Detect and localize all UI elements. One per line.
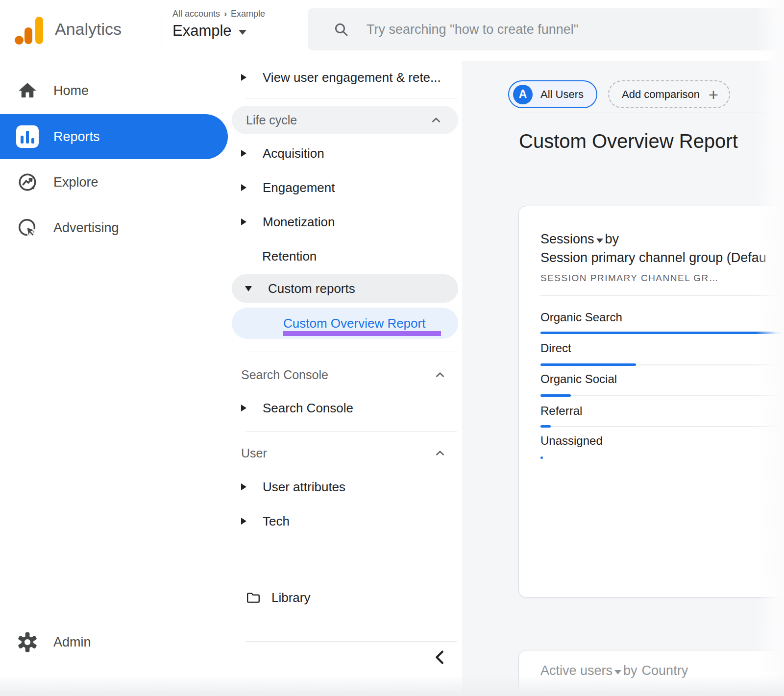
channel-bar-row bbox=[540, 456, 784, 459]
nav-divider bbox=[245, 98, 457, 98]
breadcrumb-separator: › bbox=[224, 9, 227, 19]
nav-item-engagement[interactable]: Engagement bbox=[227, 170, 462, 205]
add-comparison-button[interactable]: Add comparison + bbox=[608, 80, 730, 108]
chart-metric-selector[interactable]: Sessions by bbox=[540, 232, 619, 247]
global-search bbox=[308, 8, 784, 50]
sidebar-item-advertising[interactable]: Advertising bbox=[0, 211, 227, 245]
nav-section-label: User bbox=[241, 446, 267, 460]
metric-label: Active users bbox=[540, 663, 612, 678]
nav-section-label: Life cycle bbox=[246, 113, 297, 127]
metric-label: Sessions bbox=[540, 232, 594, 247]
comparison-chips-row: A All Users Add comparison + bbox=[508, 80, 730, 108]
channel-row-label: Organic Social bbox=[540, 372, 617, 386]
chart-dimension-label[interactable]: Session primary channel group (Defau bbox=[540, 250, 766, 265]
bar-direct bbox=[540, 363, 636, 366]
sidebar-item-home[interactable]: Home bbox=[0, 73, 227, 108]
by-label: by bbox=[623, 663, 637, 678]
chevron-up-icon[interactable] bbox=[435, 448, 445, 458]
expand-right-icon bbox=[241, 150, 246, 157]
chart-metric-selector[interactable]: Active users by Country bbox=[540, 663, 688, 678]
channel-row-label: Direct bbox=[540, 341, 571, 356]
nav-item-label: Tech bbox=[263, 514, 290, 529]
nav-item-tech[interactable]: Tech bbox=[227, 504, 462, 538]
nav-item-label: Retention bbox=[262, 249, 317, 264]
nav-item-user-attributes[interactable]: User attributes bbox=[227, 470, 462, 504]
analytics-logo-icon[interactable] bbox=[15, 16, 45, 47]
expand-right-icon bbox=[241, 483, 246, 490]
sidebar-item-label: Explore bbox=[53, 175, 98, 190]
nav-section-search-console[interactable]: Search Console bbox=[227, 360, 462, 390]
sidebar-item-label: Admin bbox=[53, 635, 91, 650]
bar-referral bbox=[540, 425, 551, 428]
sidebar-item-reports[interactable]: Reports bbox=[0, 114, 228, 159]
breadcrumb-path[interactable]: All accounts›Example bbox=[172, 9, 265, 19]
nav-item-view-user-engagement[interactable]: View user engagement & rete... bbox=[227, 63, 462, 92]
sessions-by-channel-card: Sessions by Session primary channel grou… bbox=[518, 206, 784, 598]
chevron-down-icon bbox=[614, 670, 621, 674]
header-divider bbox=[162, 13, 162, 48]
highlight-underline bbox=[283, 331, 441, 336]
home-icon bbox=[16, 79, 39, 102]
chevron-down-icon bbox=[239, 30, 246, 35]
bar-track bbox=[540, 426, 784, 427]
channel-row-label: Referral bbox=[540, 404, 582, 418]
nav-item-search-console[interactable]: Search Console bbox=[227, 392, 462, 424]
breadcrumb-current: Example bbox=[231, 9, 265, 19]
bar-track bbox=[540, 395, 784, 396]
report-main-pane: A All Users Add comparison + Custom Over… bbox=[462, 61, 784, 696]
expand-right-icon bbox=[241, 218, 246, 225]
nav-item-acquisition[interactable]: Acquisition bbox=[227, 136, 462, 170]
nav-item-monetization[interactable]: Monetization bbox=[227, 205, 462, 239]
nav-item-label: Custom Overview Report bbox=[283, 316, 425, 331]
nav-item-label: Engagement bbox=[263, 180, 335, 195]
nav-section-user[interactable]: User bbox=[227, 438, 462, 468]
audience-chip-label: All Users bbox=[540, 88, 584, 101]
channel-bar-row bbox=[540, 394, 784, 397]
channel-row-label: Organic Search bbox=[540, 310, 622, 325]
collapse-drawer-button[interactable] bbox=[432, 648, 449, 666]
all-users-chip[interactable]: A All Users bbox=[508, 80, 597, 108]
sidebar-item-admin[interactable]: Admin bbox=[0, 625, 227, 659]
property-selector[interactable]: Example bbox=[172, 22, 265, 40]
by-label: by bbox=[605, 232, 619, 247]
nav-item-label: User attributes bbox=[263, 480, 345, 495]
sidebar-item-label: Reports bbox=[53, 129, 100, 144]
property-selector-label: Example bbox=[172, 22, 232, 40]
sidebar-item-explore[interactable]: Explore bbox=[0, 165, 227, 199]
nav-item-retention[interactable]: Retention bbox=[227, 239, 462, 273]
sidebar-item-label: Home bbox=[53, 83, 89, 98]
explore-icon bbox=[16, 171, 39, 193]
bar-organic-search bbox=[540, 332, 784, 334]
content-divider bbox=[518, 113, 784, 113]
brand-name: Analytics bbox=[55, 20, 122, 39]
nav-section-label: Search Console bbox=[241, 368, 328, 382]
channel-bar-row bbox=[540, 425, 784, 428]
nav-item-label: Acquisition bbox=[263, 146, 324, 161]
table-header-divider bbox=[540, 295, 784, 296]
channel-bar-row bbox=[540, 363, 784, 366]
nav-section-life-cycle[interactable]: Life cycle bbox=[232, 106, 458, 134]
channel-row-label: Unassigned bbox=[540, 433, 603, 448]
dimension-label: Session primary channel group (Defau bbox=[540, 250, 766, 265]
dimension-label: Country bbox=[642, 663, 688, 678]
chevron-up-icon[interactable] bbox=[435, 369, 445, 380]
audience-avatar: A bbox=[513, 85, 533, 104]
chevron-up-icon[interactable] bbox=[431, 115, 441, 125]
search-input[interactable] bbox=[366, 22, 784, 38]
bar-unassigned bbox=[540, 456, 543, 459]
nav-item-library[interactable]: Library bbox=[227, 581, 462, 614]
nav-item-label: View user engagement & rete... bbox=[263, 70, 441, 85]
expand-right-icon bbox=[241, 518, 246, 525]
nav-item-label: Monetization bbox=[263, 215, 335, 230]
nav-item-label: Search Console bbox=[263, 401, 353, 416]
plus-icon: + bbox=[709, 88, 718, 101]
nav-item-custom-reports[interactable]: Custom reports bbox=[232, 274, 458, 303]
folder-icon bbox=[246, 591, 261, 604]
expand-right-icon bbox=[241, 405, 246, 411]
gear-icon bbox=[16, 631, 39, 653]
expand-right-icon bbox=[241, 74, 246, 81]
nav-divider bbox=[245, 352, 457, 352]
primary-sidebar: Home Reports Explore bbox=[0, 61, 227, 696]
bar-organic-social bbox=[540, 394, 571, 397]
nav-item-custom-overview-report[interactable]: Custom Overview Report bbox=[232, 308, 458, 339]
